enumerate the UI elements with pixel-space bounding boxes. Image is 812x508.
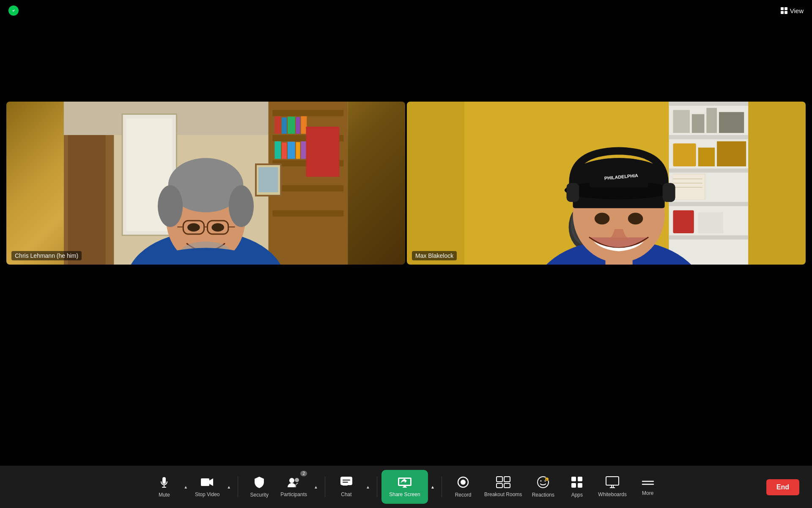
- svg-rect-11: [272, 185, 343, 191]
- svg-rect-80: [567, 183, 579, 202]
- svg-rect-114: [607, 478, 617, 484]
- svg-rect-18: [274, 141, 281, 159]
- svg-rect-112: [578, 483, 582, 488]
- svg-rect-61: [673, 175, 704, 199]
- reactions-button[interactable]: + Reactions: [526, 470, 560, 504]
- participants-group: 2 Participants ▲: [276, 470, 321, 504]
- breakout-rooms-button[interactable]: Breakout Rooms: [480, 470, 526, 504]
- svg-rect-54: [719, 112, 744, 133]
- chat-group: Chat ▲: [329, 470, 373, 504]
- video-caret-button[interactable]: ▲: [224, 470, 233, 504]
- top-bar: View: [0, 0, 812, 21]
- svg-text:+: +: [546, 478, 547, 481]
- svg-rect-24: [258, 167, 278, 192]
- svg-rect-14: [282, 118, 287, 134]
- mute-button[interactable]: Mute: [147, 470, 181, 504]
- svg-rect-16: [296, 117, 300, 134]
- participants-button[interactable]: 2 Participants: [276, 470, 311, 504]
- sep-3: [377, 476, 377, 497]
- view-button[interactable]: View: [781, 7, 804, 14]
- svg-rect-96: [403, 487, 407, 488]
- participants-label: Participants: [280, 491, 307, 497]
- svg-rect-111: [571, 483, 576, 488]
- video-tile-max: PHILADELPHIA Max Blakelock: [407, 102, 806, 265]
- more-label: More: [642, 490, 653, 496]
- svg-rect-110: [578, 477, 582, 481]
- svg-point-35: [187, 223, 200, 232]
- toolbar: Mute ▲ Stop Video ▲ Security: [0, 466, 812, 508]
- more-button[interactable]: More: [631, 470, 665, 504]
- apps-button[interactable]: Apps: [560, 470, 594, 504]
- whiteboards-button[interactable]: Whiteboards: [594, 470, 631, 504]
- security-icon: [253, 476, 266, 490]
- svg-rect-82: [663, 183, 675, 202]
- svg-rect-102: [504, 483, 510, 488]
- view-label: View: [790, 7, 804, 14]
- chris-name-label: Chris Lehmann (he him): [11, 251, 82, 260]
- mute-group: Mute ▲: [147, 470, 190, 504]
- svg-rect-50: [669, 235, 749, 240]
- stop-video-label: Stop Video: [195, 491, 220, 497]
- participant-count: 2: [300, 471, 307, 476]
- video-grid: Chris Lehmann (he him): [6, 102, 806, 265]
- share-screen-group: Share Screen ▲: [381, 470, 437, 504]
- chat-caret-button[interactable]: ▲: [363, 470, 373, 504]
- svg-rect-57: [717, 141, 746, 166]
- svg-rect-19: [282, 143, 287, 159]
- apps-icon: [571, 476, 583, 490]
- stop-video-button[interactable]: Stop Video: [190, 470, 224, 504]
- svg-rect-21: [296, 142, 300, 159]
- record-icon: [457, 476, 469, 490]
- svg-rect-99: [497, 477, 502, 482]
- svg-rect-22: [301, 141, 307, 159]
- svg-rect-48: [669, 168, 749, 173]
- chat-button[interactable]: Chat: [329, 470, 363, 504]
- svg-rect-58: [673, 210, 694, 233]
- record-button[interactable]: Record: [446, 470, 480, 504]
- share-screen-button[interactable]: Share Screen: [381, 470, 428, 504]
- svg-rect-49: [669, 202, 749, 206]
- svg-rect-46: [669, 102, 749, 106]
- svg-rect-55: [673, 144, 696, 166]
- chat-label: Chat: [341, 491, 351, 497]
- svg-rect-101: [497, 483, 502, 488]
- security-button[interactable]: Security: [242, 470, 276, 504]
- svg-point-28: [158, 185, 183, 227]
- mute-label: Mute: [159, 492, 170, 498]
- participants-caret-button[interactable]: ▲: [311, 470, 321, 504]
- svg-rect-53: [706, 108, 717, 133]
- svg-point-89: [295, 478, 299, 482]
- svg-rect-87: [201, 478, 209, 486]
- reactions-label: Reactions: [532, 492, 554, 498]
- breakout-rooms-icon: [496, 476, 510, 490]
- svg-rect-17: [301, 116, 307, 134]
- svg-rect-56: [698, 148, 715, 166]
- more-icon: [642, 478, 654, 489]
- svg-rect-109: [571, 477, 576, 481]
- video-icon: [200, 476, 214, 490]
- mute-caret-button[interactable]: ▲: [181, 470, 190, 504]
- svg-point-98: [461, 480, 466, 485]
- svg-point-83: [595, 213, 610, 225]
- svg-rect-51: [673, 110, 689, 133]
- svg-rect-8: [272, 110, 343, 116]
- video-group: Stop Video ▲: [190, 470, 233, 504]
- svg-rect-95: [403, 486, 406, 487]
- svg-rect-20: [288, 142, 295, 159]
- sep-2: [325, 476, 325, 497]
- share-screen-icon: [398, 476, 412, 490]
- end-label: End: [776, 483, 789, 491]
- apps-label: Apps: [571, 492, 583, 498]
- security-badge: [8, 6, 19, 16]
- sep-4: [442, 476, 442, 497]
- svg-point-84: [628, 213, 643, 225]
- svg-rect-13: [274, 116, 281, 134]
- svg-rect-12: [272, 210, 343, 217]
- chat-icon: [340, 476, 353, 490]
- share-screen-caret-button[interactable]: ▲: [428, 470, 437, 504]
- svg-point-36: [211, 223, 224, 232]
- sep-1: [238, 476, 238, 497]
- participants-icon: [287, 476, 301, 490]
- view-grid-icon: [781, 7, 787, 14]
- end-button[interactable]: End: [766, 479, 799, 495]
